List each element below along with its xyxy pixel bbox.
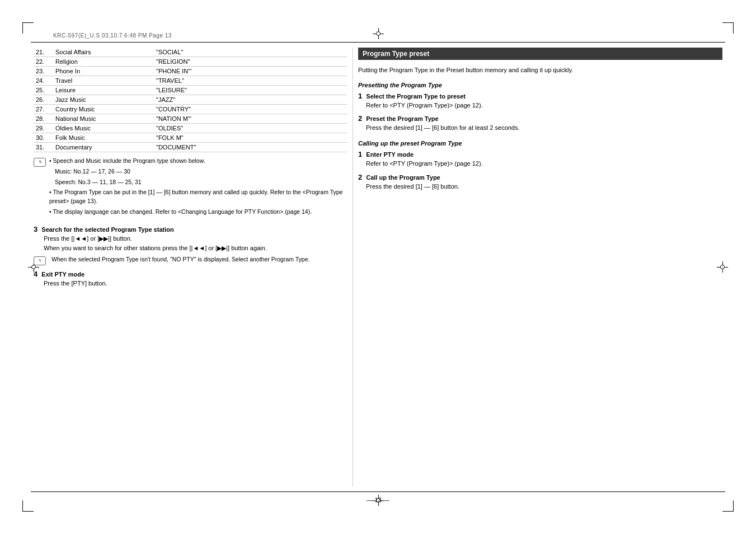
table-row: 29. Oldies Music "OLDIES" — [34, 124, 347, 133]
note-line-4: • The Program Type can be put in the [1]… — [49, 188, 347, 206]
row-name: Oldies Music — [53, 124, 154, 133]
row-code: "RELIGION" — [154, 57, 347, 67]
left-column: 21. Social Affairs "SOCIAL" 22. Religion… — [34, 48, 347, 293]
step-3-note-text: When the selected Program Type isn't fou… — [49, 255, 309, 264]
row-code: "SOCIAL" — [154, 48, 347, 57]
rule-top — [31, 42, 725, 43]
right-step-1-1-detail: Refer to <PTY (Program Type)> (page 12). — [358, 101, 722, 110]
right-step-2-1-detail: Refer to <PTY (Program Type)> (page 12). — [358, 160, 722, 168]
table-row: 26. Jazz Music "JAZZ" — [34, 95, 347, 105]
step-3-number: 3 — [34, 225, 37, 233]
row-code: "COUNTRY" — [154, 105, 347, 114]
row-name: Travel — [53, 76, 154, 86]
left-steps: 3 Search for the selected Program Type s… — [34, 225, 347, 288]
step-4: 4 Exit PTY mode Press the [PTY] button. — [34, 270, 347, 288]
content-area: 21. Social Affairs "SOCIAL" 22. Religion… — [34, 48, 722, 486]
right-step-1-2-number: 2 — [358, 114, 362, 123]
table-row: 25. Leisure "LEISURE" — [34, 86, 347, 95]
step-3-note-icon: ✎ — [34, 256, 46, 265]
note-line-5: • The display language can be changed. R… — [49, 208, 347, 217]
row-num: 23. — [34, 67, 53, 76]
row-num: 27. — [34, 105, 53, 114]
section-header: Program Type preset — [358, 48, 722, 60]
row-num: 24. — [34, 76, 53, 86]
corner-mark-tr — [722, 22, 734, 34]
row-num: 25. — [34, 86, 53, 95]
row-num: 26. — [34, 95, 53, 105]
crosshair-top — [373, 28, 384, 39]
note-line-2: Music: No.12 — 17, 26 — 30 — [49, 167, 347, 176]
row-name: Jazz Music — [53, 95, 154, 105]
corner-mark-tl — [22, 22, 34, 34]
row-code: "OLDIES" — [154, 124, 347, 133]
step-4-detail: Press the [PTY] button. — [34, 279, 347, 288]
note-icon: ✎ — [34, 158, 46, 167]
table-row: 21. Social Affairs "SOCIAL" — [34, 48, 347, 57]
step-3-detail-2: When you want to search for other statio… — [34, 244, 347, 252]
right-step-1-1-title: Select the Program Type to preset — [366, 93, 466, 100]
table-row: 24. Travel "TRAVEL" — [34, 76, 347, 86]
right-column: Program Type preset Putting the Program … — [358, 48, 722, 195]
step-3-detail-1: Press the [|◄◄] or [▶▶|] button. — [34, 235, 347, 243]
header-text: KRC-597(E)_U.S 03.10.7 6:48 PM Page 13 — [53, 32, 172, 39]
page-number: — 13 — — [367, 496, 389, 503]
row-name: Social Affairs — [53, 48, 154, 57]
row-code: "PHONE IN'" — [154, 67, 347, 76]
row-code: "JAZZ" — [154, 95, 347, 105]
row-code: "LEISURE" — [154, 86, 347, 95]
table-row: 30. Folk Music "FOLK M" — [34, 133, 347, 143]
row-num: 30. — [34, 133, 53, 143]
step-3-title: Search for the selected Program Type sta… — [41, 226, 173, 233]
row-name: National Music — [53, 114, 154, 124]
table-row: 22. Religion "RELIGION" — [34, 57, 347, 67]
row-name: Leisure — [53, 86, 154, 95]
right-step-1-1: 1 Select the Program Type to preset Refe… — [358, 92, 722, 110]
step-3-note: ✎ When the selected Program Type isn't f… — [34, 255, 347, 265]
table-row: 23. Phone In "PHONE IN'" — [34, 67, 347, 76]
row-num: 21. — [34, 48, 53, 57]
step-4-number: 4 — [34, 270, 37, 278]
note-section: ✎ • Speech and Music include the Program… — [34, 157, 347, 218]
rule-bottom — [31, 491, 725, 492]
right-step-2-1: 1 Enter PTY mode Refer to <PTY (Program … — [358, 150, 722, 168]
right-step-2-1-number: 1 — [358, 150, 362, 158]
right-step-2-2-detail: Press the desired [1] — [6] button. — [358, 182, 722, 191]
page: KRC-597(E)_U.S 03.10.7 6:48 PM Page 13 2… — [0, 0, 756, 534]
step-4-title: Exit PTY mode — [41, 271, 84, 278]
right-step-2-2-title: Call up the Program Type — [366, 174, 440, 181]
row-num: 29. — [34, 124, 53, 133]
row-num: 22. — [34, 57, 53, 67]
corner-mark-bl — [22, 500, 34, 512]
row-name: Religion — [53, 57, 154, 67]
subsection-1-title: Presetting the Program Type — [358, 82, 722, 88]
right-step-1-2-detail: Press the desired [1] — [6] button for a… — [358, 124, 722, 132]
row-code: "FOLK M" — [154, 133, 347, 143]
note-line-3: Speech: No.3 — 11, 18 — 25, 31 — [49, 178, 347, 187]
table-row: 31. Documentary "DOCUMENT" — [34, 143, 347, 152]
row-name: Country Music — [53, 105, 154, 114]
row-code: "DOCUMENT" — [154, 143, 347, 152]
row-name: Phone In — [53, 67, 154, 76]
note-text: • Speech and Music include the Program t… — [49, 157, 347, 218]
right-step-1-1-number: 1 — [358, 92, 362, 100]
row-code: "TRAVEL" — [154, 76, 347, 86]
program-table: 21. Social Affairs "SOCIAL" 22. Religion… — [34, 48, 347, 152]
corner-mark-br — [722, 500, 734, 512]
row-num: 28. — [34, 114, 53, 124]
table-row: 27. Country Music "COUNTRY" — [34, 105, 347, 114]
right-step-2-2-number: 2 — [358, 173, 362, 181]
right-step-2-1-title: Enter PTY mode — [366, 151, 414, 158]
right-step-1-2-title: Preset the Program Type — [366, 115, 438, 122]
step-3: 3 Search for the selected Program Type s… — [34, 225, 347, 266]
table-row: 28. National Music "NATION M'" — [34, 114, 347, 124]
right-step-1-2: 2 Preset the Program Type Press the desi… — [358, 114, 722, 132]
vertical-divider — [353, 48, 353, 486]
subsection-2-title: Calling up the preset Program Type — [358, 140, 722, 147]
row-name: Folk Music — [53, 133, 154, 143]
section-intro: Putting the Program Type in the Preset b… — [358, 65, 722, 75]
right-step-2-2: 2 Call up the Program Type Press the des… — [358, 173, 722, 191]
note-line-1: • Speech and Music include the Program t… — [49, 157, 347, 166]
row-num: 31. — [34, 143, 53, 152]
row-code: "NATION M'" — [154, 114, 347, 124]
row-name: Documentary — [53, 143, 154, 152]
